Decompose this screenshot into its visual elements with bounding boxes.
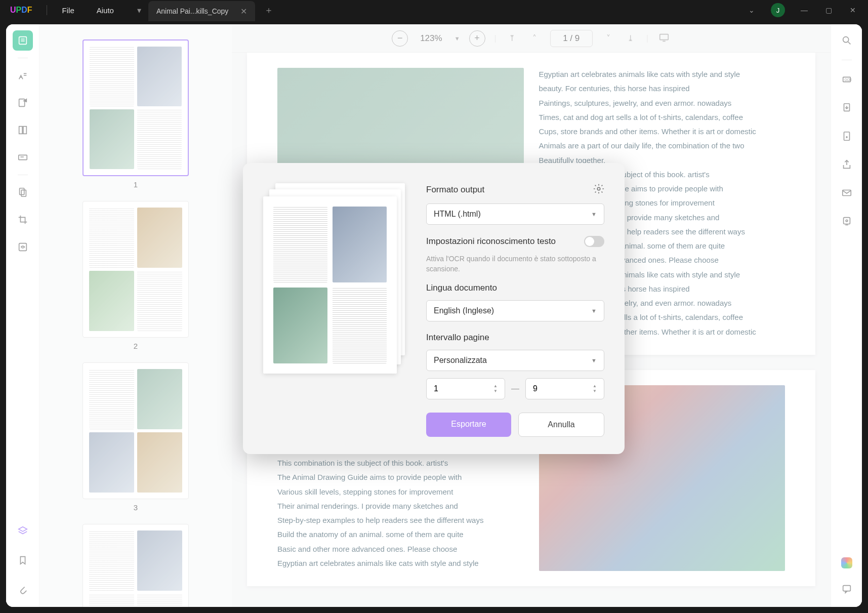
stepper-down-icon[interactable]: ▼ xyxy=(493,389,498,393)
chevron-down-icon: ▼ xyxy=(591,211,597,217)
document-tab[interactable]: Animal Pai...kills_Copy ✕ xyxy=(148,1,255,21)
new-tab-icon[interactable]: ＋ xyxy=(255,4,282,16)
app-logo: UPDF xyxy=(0,6,43,15)
output-format-select[interactable]: HTML (.html)▼ xyxy=(426,203,604,225)
chevron-down-icon: ▼ xyxy=(591,308,597,314)
tab-overflow-icon[interactable]: ⌄ xyxy=(747,6,757,14)
chevron-down-icon: ▼ xyxy=(591,357,597,363)
ocr-hint: Attiva l'OCR quando il documento è stato… xyxy=(426,254,604,274)
menu-help[interactable]: Aiuto xyxy=(86,6,125,15)
menu-file[interactable]: File xyxy=(51,6,86,15)
stepper-up-icon[interactable]: ▲ xyxy=(493,384,498,388)
titlebar: UPDF File Aiuto ▾ Animal Pai...kills_Cop… xyxy=(0,0,868,20)
ocr-settings-label: Impostazioni riconoscimento testo xyxy=(426,236,556,247)
close-window-icon[interactable]: ✕ xyxy=(848,6,858,14)
settings-gear-icon[interactable] xyxy=(593,183,604,196)
export-preview xyxy=(263,183,409,437)
tabs-dropdown-icon[interactable]: ▾ xyxy=(130,6,148,15)
export-dialog: Formato output HTML (.html)▼ Impostazion… xyxy=(243,163,625,454)
cancel-button[interactable]: Annulla xyxy=(518,413,604,437)
maximize-icon[interactable]: ▢ xyxy=(823,6,834,14)
tab-title: Animal Pai...kills_Copy xyxy=(156,7,228,15)
page-to-input[interactable]: 9 ▲▼ xyxy=(525,378,604,399)
ocr-toggle[interactable] xyxy=(584,236,604,247)
minimize-icon[interactable]: — xyxy=(799,6,809,14)
language-label: Lingua documento xyxy=(426,283,604,293)
range-dash: — xyxy=(511,384,519,393)
language-select[interactable]: English (Inglese)▼ xyxy=(426,300,604,321)
svg-point-23 xyxy=(597,187,600,190)
stepper-up-icon[interactable]: ▲ xyxy=(593,384,597,388)
page-from-input[interactable]: 1 ▲▼ xyxy=(426,378,505,399)
stepper-down-icon[interactable]: ▼ xyxy=(593,389,597,393)
close-tab-icon[interactable]: ✕ xyxy=(240,7,247,16)
export-button[interactable]: Esportare xyxy=(426,413,511,437)
user-avatar[interactable]: J xyxy=(771,3,785,17)
page-range-select[interactable]: Personalizzata▼ xyxy=(426,350,604,371)
page-range-label: Intervallo pagine xyxy=(426,333,604,343)
output-format-label: Formato output xyxy=(426,185,484,195)
